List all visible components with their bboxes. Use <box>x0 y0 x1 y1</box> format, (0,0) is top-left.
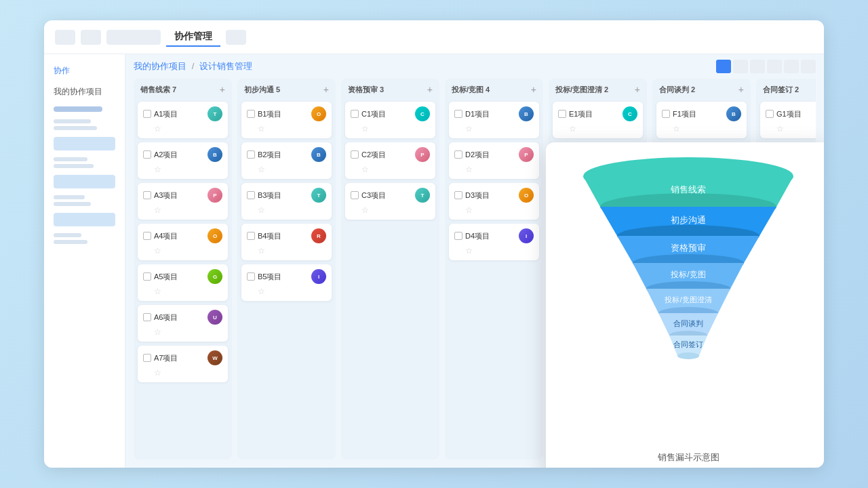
card-star[interactable]: ☆ <box>154 124 161 134</box>
avatar-circle: B <box>726 106 741 121</box>
card-star[interactable]: ☆ <box>258 246 265 256</box>
kanban-card[interactable]: A6项目U☆ <box>138 305 228 342</box>
card-star[interactable]: ☆ <box>154 246 161 256</box>
svg-text:投标/竞图澄清: 投标/竞图澄清 <box>664 296 711 304</box>
kanban-col-body-3: D1项目B☆D2项目P☆D3项目O☆D4项目I☆ <box>445 99 543 460</box>
card-avatar: B <box>208 147 222 162</box>
card-checkbox[interactable] <box>143 272 151 281</box>
kanban-card[interactable]: B1项目O☆ <box>241 102 332 138</box>
card-star[interactable]: ☆ <box>361 205 369 215</box>
card-checkbox[interactable] <box>143 232 151 240</box>
card-checkbox[interactable] <box>247 191 255 199</box>
card-star[interactable]: ☆ <box>154 327 161 337</box>
card-checkbox[interactable] <box>351 191 359 199</box>
card-star[interactable]: ☆ <box>465 165 473 174</box>
kanban-card[interactable]: D4项目I☆ <box>449 224 539 260</box>
sidebar-section-btn-2[interactable] <box>54 175 115 188</box>
card-checkbox[interactable] <box>558 110 566 118</box>
kanban-card[interactable]: A2项目B☆ <box>138 142 228 179</box>
card-checkbox[interactable] <box>454 110 462 118</box>
sidebar-section-btn-1[interactable] <box>54 137 115 150</box>
kanban-card[interactable]: D1项目B☆ <box>449 102 539 138</box>
card-star[interactable]: ☆ <box>776 124 784 134</box>
card-star[interactable]: ☆ <box>673 124 680 134</box>
nav-active-tab[interactable]: 协作管理 <box>166 28 220 47</box>
sidebar-section-btn-3[interactable] <box>54 213 115 226</box>
kanban-card[interactable]: D3项目O☆ <box>449 183 539 220</box>
nav-btn-4[interactable] <box>226 30 246 45</box>
kanban-card[interactable]: B2项目B☆ <box>241 142 332 179</box>
view-btn-2[interactable] <box>733 60 748 73</box>
card-checkbox[interactable] <box>143 150 151 159</box>
card-star[interactable]: ☆ <box>465 124 473 134</box>
view-btn-3[interactable] <box>750 60 765 73</box>
card-checkbox[interactable] <box>351 110 359 118</box>
funnel-title: 销售漏斗示意图 <box>658 451 719 464</box>
card-checkbox[interactable] <box>766 110 774 118</box>
card-title: B5项目 <box>258 272 309 282</box>
card-checkbox[interactable] <box>662 110 670 118</box>
card-star[interactable]: ☆ <box>154 368 161 378</box>
card-checkbox[interactable] <box>454 191 462 199</box>
card-checkbox[interactable] <box>351 150 359 159</box>
kanban-add-btn-4[interactable]: + <box>635 84 640 95</box>
card-checkbox[interactable] <box>143 191 151 199</box>
kanban-card[interactable]: D2项目P☆ <box>449 142 539 179</box>
view-btn-1[interactable] <box>716 60 731 73</box>
breadcrumb-part1[interactable]: 我的协作项目 <box>134 61 186 71</box>
kanban-card[interactable]: C2项目P☆ <box>345 142 435 179</box>
card-star[interactable]: ☆ <box>154 287 161 296</box>
card-star[interactable]: ☆ <box>361 124 369 134</box>
card-avatar: G <box>208 269 222 284</box>
card-star[interactable]: ☆ <box>258 205 265 215</box>
card-avatar: P <box>415 147 430 162</box>
card-star[interactable]: ☆ <box>258 124 265 134</box>
kanban-card[interactable]: A7项目W☆ <box>138 346 228 382</box>
kanban-add-btn-5[interactable]: + <box>738 84 744 95</box>
card-top-0-0: A1项目T <box>143 106 222 121</box>
kanban-col-title-6: 合同签订 2 <box>763 85 799 95</box>
avatar-circle: U <box>208 310 222 325</box>
kanban-add-btn-1[interactable]: + <box>323 84 329 95</box>
card-checkbox[interactable] <box>454 150 462 159</box>
kanban-add-btn-2[interactable]: + <box>427 84 433 95</box>
kanban-card[interactable]: E1项目C☆ <box>553 102 643 138</box>
card-checkbox[interactable] <box>247 272 255 281</box>
card-checkbox[interactable] <box>143 110 151 118</box>
kanban-add-btn-0[interactable]: + <box>220 84 225 95</box>
kanban-card[interactable]: A3项目P☆ <box>138 183 228 220</box>
card-checkbox[interactable] <box>143 313 151 321</box>
kanban-card[interactable]: A1项目T☆ <box>138 102 228 138</box>
view-btn-4[interactable] <box>767 60 782 73</box>
kanban-card[interactable]: C1项目C☆ <box>345 102 435 138</box>
kanban-card[interactable]: B4项目R☆ <box>241 224 332 260</box>
view-btn-5[interactable] <box>784 60 799 73</box>
kanban-card[interactable]: A5项目G☆ <box>138 264 228 301</box>
card-star[interactable]: ☆ <box>154 205 161 215</box>
card-star[interactable]: ☆ <box>465 246 473 256</box>
card-checkbox[interactable] <box>454 232 462 240</box>
card-checkbox[interactable] <box>247 150 255 159</box>
card-star[interactable]: ☆ <box>465 205 473 215</box>
card-star[interactable]: ☆ <box>361 165 369 174</box>
card-checkbox[interactable] <box>247 232 255 240</box>
kanban-card[interactable]: B3项目T☆ <box>241 183 332 220</box>
card-star[interactable]: ☆ <box>154 165 161 174</box>
card-star[interactable]: ☆ <box>258 165 265 174</box>
card-star[interactable]: ☆ <box>569 124 576 134</box>
nav-btn-3[interactable] <box>106 30 161 45</box>
kanban-card[interactable]: F1项目B☆ <box>656 102 747 138</box>
card-checkbox[interactable] <box>247 110 255 118</box>
kanban-card[interactable]: G1项目P☆ <box>760 102 816 138</box>
nav-btn-2[interactable] <box>81 30 101 45</box>
nav-btn-1[interactable] <box>55 30 75 45</box>
sidebar-item-my-projects[interactable]: 我的协作项目 <box>50 83 119 100</box>
kanban-card[interactable]: C3项目T☆ <box>345 183 435 220</box>
card-star[interactable]: ☆ <box>258 287 265 296</box>
kanban-card[interactable]: B5项目I☆ <box>241 264 332 301</box>
view-btn-6[interactable] <box>801 60 816 73</box>
card-checkbox[interactable] <box>143 354 151 362</box>
kanban-add-btn-3[interactable]: + <box>531 84 536 95</box>
kanban-card[interactable]: A4项目O☆ <box>138 224 228 260</box>
card-bottom-3-0: ☆ <box>454 124 534 134</box>
